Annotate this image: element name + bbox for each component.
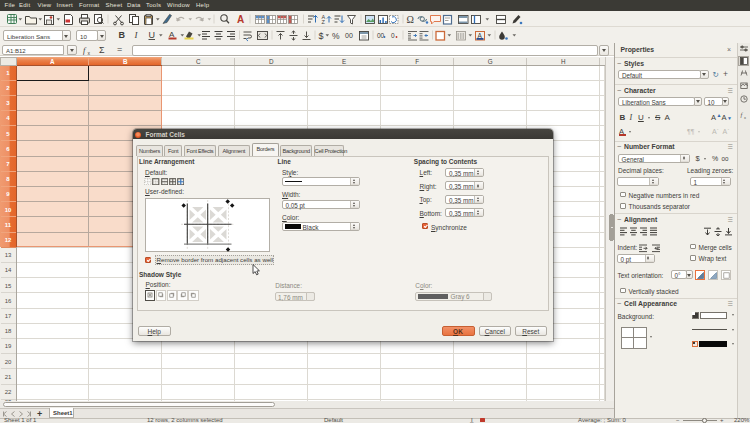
- svg-text:15: 15: [5, 283, 12, 289]
- svg-text:00: 00: [377, 32, 385, 39]
- svg-text:A: A: [478, 32, 483, 39]
- svg-text:H: H: [561, 58, 566, 65]
- svg-text:G: G: [488, 58, 493, 65]
- svg-text:E: E: [342, 58, 346, 65]
- svg-text:B: B: [123, 58, 128, 65]
- svg-text:18: 18: [5, 328, 12, 334]
- svg-text:U: U: [149, 30, 156, 40]
- svg-text:A: A: [50, 58, 55, 65]
- svg-text:A: A: [169, 30, 175, 39]
- svg-text:0: 0: [391, 32, 395, 39]
- svg-text:D: D: [269, 58, 274, 65]
- svg-text:19: 19: [5, 343, 12, 349]
- svg-text:F: F: [415, 58, 419, 65]
- svg-text:20: 20: [5, 359, 12, 365]
- svg-text:12: 12: [5, 237, 12, 243]
- svg-text:13: 13: [5, 252, 12, 258]
- svg-text:00: 00: [345, 32, 353, 39]
- svg-text:B: B: [119, 30, 126, 40]
- svg-text:Ω: Ω: [407, 14, 414, 25]
- svg-text:11: 11: [5, 222, 12, 228]
- svg-text:21: 21: [5, 374, 12, 380]
- svg-text:I: I: [134, 30, 139, 40]
- svg-text:C: C: [196, 58, 201, 65]
- svg-text:10: 10: [5, 207, 12, 213]
- svg-text:17: 17: [5, 313, 12, 319]
- svg-text:x: x: [744, 115, 746, 120]
- svg-text:22: 22: [5, 389, 12, 395]
- svg-text:%: %: [332, 31, 340, 41]
- svg-text:14: 14: [5, 267, 12, 273]
- svg-text:A: A: [237, 14, 244, 25]
- svg-text:16: 16: [5, 298, 12, 304]
- svg-text:$: $: [319, 31, 324, 41]
